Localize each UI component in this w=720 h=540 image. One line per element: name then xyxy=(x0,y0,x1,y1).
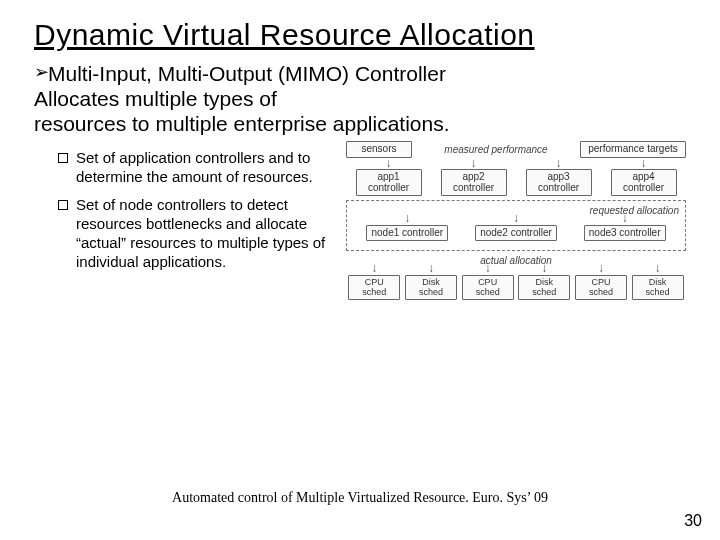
arrow-row: ↓↓↓↓ xyxy=(346,159,686,169)
reference-citation: Automated control of Multiple Virtualize… xyxy=(0,490,720,506)
scheduler-box: CPU sched xyxy=(348,275,400,300)
subbullet-text: Set of node controllers to detect resour… xyxy=(76,195,334,272)
scheduler-box: CPU sched xyxy=(575,275,627,300)
bullet1-lead: Multi-Input, Multi-Output (MIMO) Control… xyxy=(48,62,446,85)
node-controller-box: node2 controller xyxy=(475,225,557,242)
subbullet: Set of node controllers to detect resour… xyxy=(58,195,334,272)
scheduler-box: Disk sched xyxy=(518,275,570,300)
left-column: Set of application controllers and to de… xyxy=(34,142,334,303)
bullet1-body: Allocates multiple types of resources to… xyxy=(34,87,450,135)
architecture-diagram: sensors measured performance performance… xyxy=(346,138,686,303)
node-controller-box: node1 controller xyxy=(366,225,448,242)
scheduler-box: Disk sched xyxy=(632,275,684,300)
app-controllers-row: app1 controller app2 controller app3 con… xyxy=(346,169,686,196)
app-controller-box: app4 controller xyxy=(611,169,677,196)
app-controller-box: app2 controller xyxy=(441,169,507,196)
content-columns: Set of application controllers and to de… xyxy=(34,142,686,303)
subbullet-text: Set of application controllers and to de… xyxy=(76,148,334,186)
schedulers-row: CPU sched Disk sched CPU sched Disk sche… xyxy=(346,275,686,300)
measured-perf-label: measured performance xyxy=(412,144,580,155)
slide: Dynamic Virtual Resource Allocation ➢Mul… xyxy=(0,0,720,540)
scheduler-box: Disk sched xyxy=(405,275,457,300)
diagram-top-row: sensors measured performance performance… xyxy=(346,141,686,158)
page-number: 30 xyxy=(684,512,702,530)
slide-title: Dynamic Virtual Resource Allocation xyxy=(34,18,686,52)
subbullet: Set of application controllers and to de… xyxy=(58,148,334,186)
bullet-level1: ➢Multi-Input, Multi-Output (MIMO) Contro… xyxy=(34,62,686,136)
scheduler-box: CPU sched xyxy=(462,275,514,300)
arrow-icon: ➢ xyxy=(34,62,48,83)
square-bullet-icon xyxy=(58,200,68,210)
app-controller-box: app1 controller xyxy=(356,169,422,196)
requested-allocation-group: requested allocation ↓↓↓ node1 controlle… xyxy=(346,200,686,251)
app-controller-box: app3 controller xyxy=(526,169,592,196)
node-controller-box: node3 controller xyxy=(584,225,666,242)
sensors-box: sensors xyxy=(346,141,412,158)
square-bullet-icon xyxy=(58,153,68,163)
node-controllers-row: node1 controller node2 controller node3 … xyxy=(353,225,679,242)
perf-targets-box: performance targets xyxy=(580,141,686,158)
